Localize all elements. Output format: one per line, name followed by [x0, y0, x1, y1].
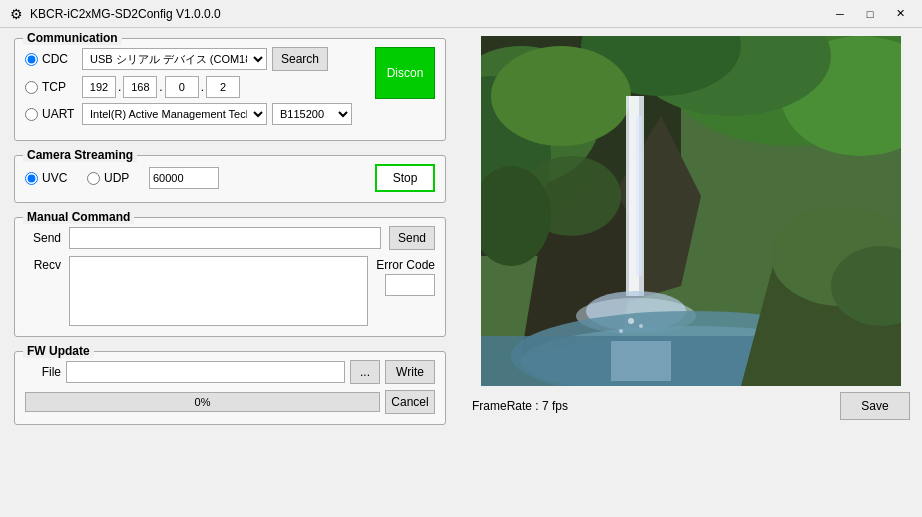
- udp-radio-label[interactable]: UDP: [87, 171, 139, 185]
- close-button[interactable]: ✕: [886, 4, 914, 24]
- save-button[interactable]: Save: [840, 392, 910, 420]
- cdc-device-select[interactable]: USB シリアル デバイス (COM18): [82, 48, 267, 70]
- send-row: Send Send: [25, 226, 435, 250]
- manual-command-section: Manual Command Send Send Recv Error Code: [14, 217, 446, 337]
- fw-file-row: File ... Write: [25, 360, 435, 384]
- title-bar: ⚙ KBCR-iC2xMG-SD2Config V1.0.0.0 ─ □ ✕: [0, 0, 922, 28]
- minimize-button[interactable]: ─: [826, 4, 854, 24]
- tcp-radio[interactable]: [25, 81, 38, 94]
- right-panel: FrameRate : 7 fps Save: [460, 28, 922, 517]
- udp-label-text: UDP: [104, 171, 129, 185]
- cancel-button[interactable]: Cancel: [385, 390, 435, 414]
- maximize-button[interactable]: □: [856, 4, 884, 24]
- ip-dot-1: .: [118, 80, 121, 94]
- camera-streaming-label: Camera Streaming: [23, 148, 137, 162]
- waterfall-svg: [481, 36, 901, 386]
- cdc-radio[interactable]: [25, 53, 38, 66]
- svg-point-27: [619, 329, 623, 333]
- stop-button[interactable]: Stop: [375, 164, 435, 192]
- fw-update-section: FW Update File ... Write 0% Cancel: [14, 351, 446, 425]
- udp-port-input[interactable]: [149, 167, 219, 189]
- camera-preview: [481, 36, 901, 386]
- cdc-label-text: CDC: [42, 52, 68, 66]
- ip-dot-3: .: [201, 80, 204, 94]
- framerate-text: FrameRate : 7 fps: [472, 399, 568, 413]
- tcp-row: TCP . . .: [25, 76, 369, 98]
- uart-label-text: UART: [42, 107, 74, 121]
- file-path-input[interactable]: [66, 361, 345, 383]
- camera-streaming-section: Camera Streaming UVC UDP Stop: [14, 155, 446, 203]
- error-code-section: Error Code: [376, 256, 435, 296]
- tcp-label-text: TCP: [42, 80, 66, 94]
- svg-point-25: [628, 318, 634, 324]
- discon-button[interactable]: Discon: [375, 47, 435, 99]
- uart-device-select[interactable]: Intel(R) Active Management Techi: [82, 103, 267, 125]
- uvc-radio-label[interactable]: UVC: [25, 171, 77, 185]
- communication-label: Communication: [23, 31, 122, 45]
- svg-rect-19: [611, 341, 671, 381]
- progress-bar-container: 0%: [25, 392, 380, 412]
- fw-progress-row: 0% Cancel: [25, 390, 435, 414]
- comm-rows: CDC USB シリアル デバイス (COM18) Search TCP: [25, 47, 369, 130]
- search-button[interactable]: Search: [272, 47, 328, 71]
- app-icon: ⚙: [8, 6, 24, 22]
- send-label: Send: [25, 231, 61, 245]
- svg-point-8: [491, 46, 631, 146]
- tcp-ip-fields: . . .: [82, 76, 240, 98]
- communication-section: Communication CDC USB シリアル デバイス (COM18) …: [14, 38, 446, 141]
- tcp-ip2-input[interactable]: [123, 76, 157, 98]
- baud-rate-select[interactable]: B115200: [272, 103, 352, 125]
- cdc-radio-label[interactable]: CDC: [25, 52, 77, 66]
- tcp-ip1-input[interactable]: [82, 76, 116, 98]
- recv-textarea[interactable]: [69, 256, 368, 326]
- send-button[interactable]: Send: [389, 226, 435, 250]
- svg-point-26: [639, 324, 643, 328]
- uvc-label-text: UVC: [42, 171, 67, 185]
- recv-row: Recv Error Code: [25, 256, 435, 326]
- title-bar-buttons: ─ □ ✕: [826, 4, 914, 24]
- comm-main-row: CDC USB シリアル デバイス (COM18) Search TCP: [25, 47, 435, 130]
- footer-row: FrameRate : 7 fps Save: [468, 386, 914, 420]
- uvc-radio[interactable]: [25, 172, 38, 185]
- browse-button[interactable]: ...: [350, 360, 380, 384]
- svg-rect-13: [636, 116, 642, 276]
- left-panel: Communication CDC USB シリアル デバイス (COM18) …: [0, 28, 460, 517]
- recv-label: Recv: [25, 256, 61, 272]
- manual-command-label: Manual Command: [23, 210, 134, 224]
- write-button[interactable]: Write: [385, 360, 435, 384]
- streaming-row: UVC UDP Stop: [25, 164, 435, 192]
- fw-update-label: FW Update: [23, 344, 94, 358]
- error-code-label: Error Code: [376, 258, 435, 272]
- cdc-row: CDC USB シリアル デバイス (COM18) Search: [25, 47, 369, 71]
- tcp-ip4-input[interactable]: [206, 76, 240, 98]
- uart-row: UART Intel(R) Active Management Techi B1…: [25, 103, 369, 125]
- ip-dot-2: .: [159, 80, 162, 94]
- uart-radio[interactable]: [25, 108, 38, 121]
- tcp-ip3-input[interactable]: [165, 76, 199, 98]
- error-code-input[interactable]: [385, 274, 435, 296]
- tcp-radio-label[interactable]: TCP: [25, 80, 77, 94]
- send-input[interactable]: [69, 227, 381, 249]
- uart-radio-label[interactable]: UART: [25, 107, 77, 121]
- progress-text: 0%: [195, 396, 211, 408]
- file-label: File: [25, 365, 61, 379]
- window-title: KBCR-iC2xMG-SD2Config V1.0.0.0: [30, 7, 826, 21]
- main-content: Communication CDC USB シリアル デバイス (COM18) …: [0, 28, 922, 517]
- udp-radio[interactable]: [87, 172, 100, 185]
